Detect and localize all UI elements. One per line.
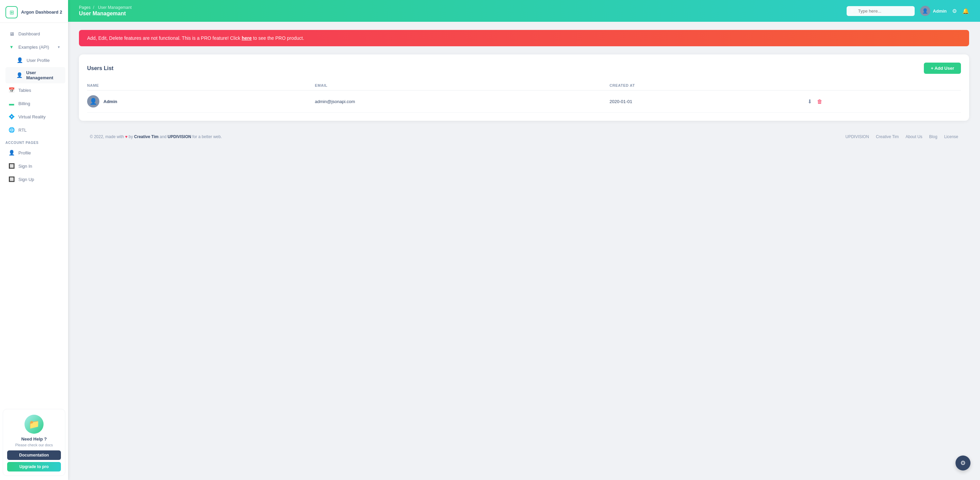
admin-name: Admin [933,8,947,14]
topbar-left: Pages / User Managemant User Managemant [79,5,133,17]
footer-links: UPDIVISION Creative Tim About Us Blog Li… [846,134,958,139]
users-table: NAME EMAIL CREATED AT 👤 Admin admin@json… [87,81,961,113]
alert-link[interactable]: here [242,35,252,41]
add-user-button[interactable]: + Add User [924,63,961,74]
avatar: 👤 [920,6,930,16]
sidebar-item-label: Tables [18,88,31,93]
sidebar-item-profile[interactable]: 👤 Profile [3,146,65,159]
vr-icon: 💠 [8,113,15,120]
delete-user-button[interactable]: 🗑 [815,97,824,106]
users-list-card: Users List + Add User NAME EMAIL CREATED… [79,54,969,121]
main-content: Pages / User Managemant User Managemant … [68,0,980,480]
signup-icon: 🔲 [8,176,15,183]
sidebar-item-label: Examples (API) [18,45,49,50]
user-name-cell: 👤 Admin [87,91,315,113]
sidebar-item-examples-api[interactable]: ▾ Examples (API) ▾ [3,40,65,53]
topbar: Pages / User Managemant User Managemant … [68,0,980,22]
breadcrumb-pages[interactable]: Pages [79,5,91,10]
table-header-row: NAME EMAIL CREATED AT [87,81,961,91]
sidebar-brand: ⊞ Argon Dashboard 2 [0,0,68,23]
breadcrumb-current: User Managemant [98,5,132,10]
card-header: Users List + Add User [87,63,961,74]
sidebar-nav: 🖥 Dashboard ▾ Examples (API) ▾ 👤 User Pr… [0,23,68,405]
topbar-right: 🔍 👤 Admin ⚙ 🔔 [846,6,969,16]
sidebar-item-user-profile[interactable]: 👤 User Profile [5,54,65,67]
card-title: Users List [87,65,113,72]
col-email: EMAIL [315,81,609,91]
footer-heart: ♥ [125,134,127,139]
notifications-icon[interactable]: 🔔 [962,8,969,14]
admin-info: 👤 Admin [920,6,947,16]
account-section-label: ACCOUNT PAGES [0,137,68,146]
table-row: 👤 Admin admin@jsonapi.com 2020-01-01 ⬇ 🗑 [87,91,961,113]
sidebar-item-label: Sign Up [18,177,34,182]
billing-icon: ▬ [8,100,15,107]
documentation-button[interactable]: Documentation [7,450,61,460]
rtl-icon: 🌐 [8,127,15,134]
help-subtitle: Please check our docs [7,443,61,447]
user-profile-icon: 👤 [16,57,23,64]
user-created-cell: 2020-01-01 [609,91,805,113]
table-body: 👤 Admin admin@jsonapi.com 2020-01-01 ⬇ 🗑 [87,91,961,113]
examples-submenu: 👤 User Profile 👤 User Management [0,54,68,83]
sidebar-item-dashboard[interactable]: 🖥 Dashboard [3,27,65,40]
breadcrumb: Pages / User Managemant [79,5,133,10]
sidebar: ⊞ Argon Dashboard 2 🖥 Dashboard ▾ Exampl… [0,0,68,480]
sidebar-item-label: Dashboard [18,31,40,37]
footer-updivision: UPDIVISION [168,134,191,139]
brand-icon: ⊞ [5,6,18,18]
sidebar-item-user-management[interactable]: 👤 User Management [5,67,65,83]
help-icon: 📁 [24,415,43,434]
sidebar-item-vr[interactable]: 💠 Virtual Reality [3,110,65,123]
sidebar-item-signup[interactable]: 🔲 Sign Up [3,173,65,186]
col-actions [805,81,961,91]
edit-user-button[interactable]: ⬇ [805,97,814,106]
footer-link-creative-tim[interactable]: Creative Tim [876,134,899,139]
chevron-down-icon: ▾ [58,45,60,49]
examples-icon: ▾ [8,43,15,50]
sidebar-item-label: Profile [18,150,31,156]
user-actions-cell: ⬇ 🗑 [805,91,961,113]
sidebar-item-label: User Profile [27,58,50,63]
footer-copyright: © 2022, made with ♥ by Creative Tim and … [90,134,222,139]
table-head: NAME EMAIL CREATED AT [87,81,961,91]
col-name: NAME [87,81,315,91]
alert-text-before: Add, Edit, Delete features are not funct… [87,35,242,41]
footer-link-license[interactable]: License [944,134,958,139]
user-management-icon: 👤 [16,72,23,79]
footer-link-updivision[interactable]: UPDIVISION [846,134,869,139]
sidebar-item-rtl[interactable]: 🌐 RTL [3,124,65,137]
col-created-at: CREATED AT [609,81,805,91]
help-card: 📁 Need Help ? Please check our docs Docu… [3,409,65,476]
footer-link-blog[interactable]: Blog [929,134,937,139]
brand-name: Argon Dashboard 2 [21,10,62,15]
profile-icon: 👤 [8,149,15,156]
sidebar-item-label: RTL [18,127,27,133]
sidebar-item-label: Billing [18,101,30,106]
breadcrumb-separator: / [93,5,94,10]
help-title: Need Help ? [7,437,61,442]
sidebar-item-label: Virtual Reality [18,114,46,119]
sidebar-item-label: User Management [26,70,60,80]
search-wrap: 🔍 [846,6,915,16]
search-input[interactable] [846,6,915,16]
sidebar-item-signin[interactable]: 🔲 Sign In [3,159,65,172]
dashboard-icon: 🖥 [8,30,15,37]
floating-gear-button[interactable]: ⚙ [956,456,970,470]
upgrade-button[interactable]: Upgrade to pro [7,462,61,472]
content-area: Add, Edit, Delete features are not funct… [68,22,980,480]
pro-alert-banner: Add, Edit, Delete features are not funct… [79,30,969,46]
sidebar-item-tables[interactable]: 📅 Tables [3,84,65,97]
user-email-cell: admin@jsonapi.com [315,91,609,113]
footer-link-about[interactable]: About Us [905,134,922,139]
signin-icon: 🔲 [8,163,15,169]
page-title: User Managemant [79,11,133,17]
sidebar-item-label: Sign In [18,164,32,169]
sidebar-item-billing[interactable]: ▬ Billing [3,97,65,110]
user-name: Admin [103,99,117,104]
alert-text-after: to see the PRO product. [252,35,304,41]
tables-icon: 📅 [8,87,15,94]
user-avatar: 👤 [87,95,99,108]
settings-icon[interactable]: ⚙ [952,8,957,14]
footer-creative-tim: Creative Tim [134,134,159,139]
